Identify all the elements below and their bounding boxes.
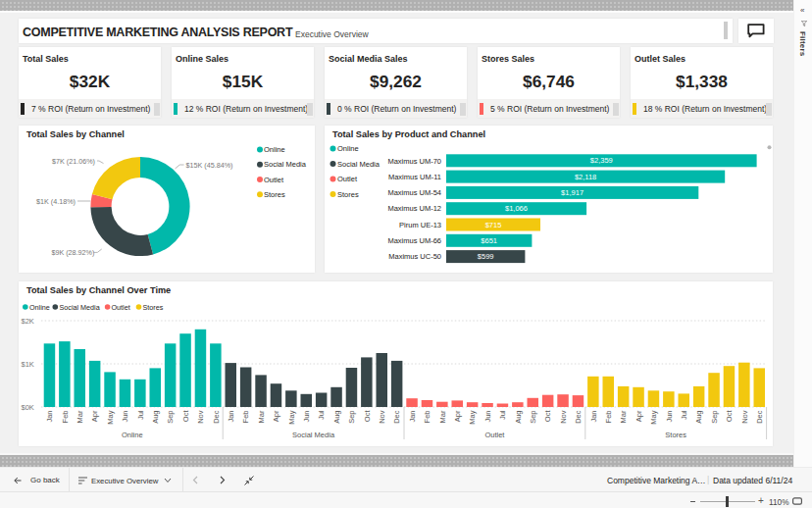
svg-text:Online: Online (264, 145, 285, 154)
svg-text:$1K: $1K (22, 360, 34, 369)
svg-text:Jun: Jun (302, 411, 311, 423)
svg-text:Dec: Dec (755, 410, 764, 424)
svg-text:Total Sales by Product and Cha: Total Sales by Product and Channel (332, 129, 485, 139)
svg-text:Mar: Mar (619, 410, 628, 423)
svg-text:Sep: Sep (166, 411, 175, 424)
svg-text:Jul: Jul (317, 410, 326, 420)
svg-text:Jan: Jan (408, 411, 417, 423)
svg-text:May: May (106, 410, 115, 424)
svg-text:May: May (649, 410, 658, 424)
svg-text:Stores: Stores (264, 190, 285, 199)
svg-text:$15K (45.84%): $15K (45.84%) (186, 161, 233, 170)
svg-text:Outlet: Outlet (337, 175, 358, 183)
svg-text:Social Media: Social Media (60, 303, 100, 312)
svg-text:Maximus UM-12: Maximus UM-12 (387, 204, 441, 213)
svg-text:May: May (468, 410, 477, 424)
svg-text:Jan: Jan (589, 411, 598, 423)
svg-text:Stores: Stores (337, 190, 359, 199)
svg-text:Outlet: Outlet (112, 303, 130, 312)
svg-text:$651: $651 (481, 236, 497, 245)
svg-text:Sep: Sep (529, 411, 537, 424)
svg-text:Outlet: Outlet (264, 176, 284, 184)
svg-text:Outlet: Outlet (484, 431, 505, 439)
svg-text:$1,066: $1,066 (505, 204, 528, 213)
svg-text:$9K (28.92%): $9K (28.92%) (51, 248, 94, 257)
svg-text:Feb: Feb (241, 411, 250, 424)
svg-text:Oct: Oct (543, 410, 552, 423)
svg-text:$1K (4.18%): $1K (4.18%) (36, 197, 76, 206)
svg-text:Dec: Dec (574, 410, 583, 424)
svg-text:Social Media: Social Media (337, 160, 381, 169)
svg-text:$1,917: $1,917 (561, 188, 584, 197)
svg-text:$2K: $2K (22, 317, 34, 326)
svg-text:Apr: Apr (453, 410, 462, 422)
svg-text:Jul: Jul (136, 410, 145, 420)
svg-text:Maximus UC-50: Maximus UC-50 (388, 252, 441, 261)
svg-text:Jan: Jan (227, 411, 235, 423)
svg-text:Maximus UM-54: Maximus UM-54 (387, 188, 441, 197)
svg-text:Total Sales by Channel: Total Sales by Channel (26, 129, 125, 139)
svg-text:Maximus UM-66: Maximus UM-66 (387, 236, 441, 245)
svg-text:May: May (287, 410, 296, 424)
svg-text:Maximus UM-11: Maximus UM-11 (388, 173, 441, 181)
svg-text:Social Media: Social Media (264, 160, 307, 169)
svg-text:Social Media: Social Media (292, 431, 335, 439)
svg-text:Feb: Feb (604, 411, 613, 424)
svg-text:Jun: Jun (121, 411, 129, 423)
svg-text:Jul: Jul (498, 410, 507, 420)
svg-text:Oct: Oct (725, 410, 734, 423)
svg-text:Apr: Apr (634, 410, 643, 422)
svg-text:$2,359: $2,359 (590, 156, 613, 165)
svg-text:Aug: Aug (151, 411, 160, 424)
svg-text:Aug: Aug (332, 411, 341, 424)
svg-text:Mar: Mar (438, 410, 447, 423)
svg-text:Nov: Nov (196, 410, 205, 424)
svg-text:Dec: Dec (392, 410, 401, 424)
svg-text:Jan: Jan (45, 411, 54, 423)
svg-text:Apr: Apr (90, 410, 99, 422)
svg-text:Aug: Aug (514, 410, 523, 423)
svg-text:Online: Online (29, 303, 50, 312)
svg-text:Sep: Sep (347, 411, 356, 424)
svg-text:Online: Online (122, 431, 143, 439)
svg-text:Oct: Oct (363, 410, 372, 423)
svg-text:Oct: Oct (181, 410, 190, 423)
svg-text:Sep: Sep (710, 411, 719, 424)
svg-text:$599: $599 (478, 252, 494, 261)
svg-text:Stores: Stores (143, 303, 164, 312)
svg-text:$715: $715 (485, 221, 502, 229)
svg-text:Dec: Dec (212, 410, 221, 424)
svg-text:Nov: Nov (740, 410, 749, 424)
svg-text:$2,118: $2,118 (575, 173, 596, 181)
svg-text:Feb: Feb (61, 411, 70, 424)
svg-text:Nov: Nov (378, 410, 386, 424)
svg-text:Nov: Nov (559, 410, 568, 424)
svg-text:Apr: Apr (272, 410, 280, 422)
svg-text:Feb: Feb (423, 411, 431, 424)
svg-text:Jul: Jul (680, 410, 688, 420)
svg-text:Jun: Jun (665, 411, 674, 423)
svg-text:Jun: Jun (483, 411, 492, 423)
svg-text:Maximus UM-70: Maximus UM-70 (387, 157, 441, 166)
svg-text:Mar: Mar (76, 410, 84, 423)
svg-text:Stores: Stores (665, 431, 686, 439)
svg-text:$7K (21.06%): $7K (21.06%) (52, 157, 95, 166)
svg-text:$0K: $0K (22, 403, 34, 412)
svg-text:Aug: Aug (694, 411, 703, 424)
svg-text:Total Sales by Channel Over Ti: Total Sales by Channel Over Time (26, 285, 171, 295)
svg-text:Mar: Mar (257, 410, 266, 423)
svg-text:Pirum UE-13: Pirum UE-13 (399, 221, 441, 229)
svg-text:Online: Online (337, 144, 359, 153)
